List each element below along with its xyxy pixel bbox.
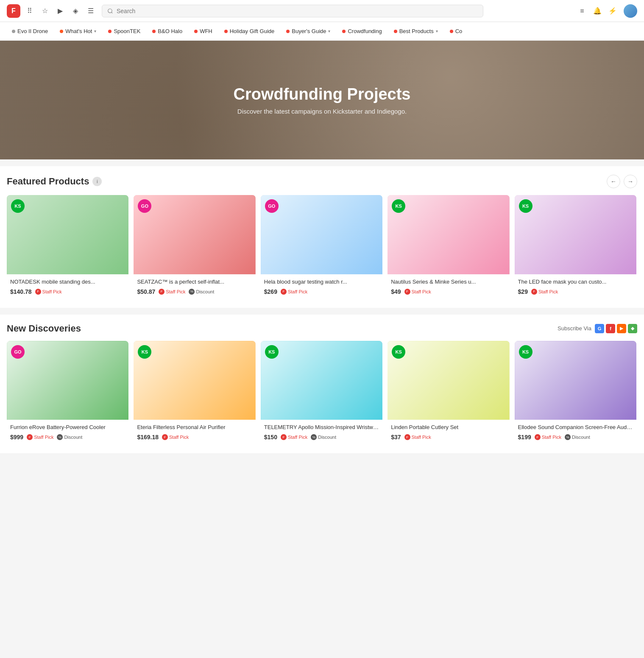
product-image: KS: [388, 195, 509, 274]
discount-icon: %: [189, 289, 195, 295]
flipboard-icon[interactable]: f: [606, 324, 615, 333]
product-info: Linden Portable Cutlery Set $37 F Staff …: [388, 420, 509, 445]
product-card[interactable]: KS Linden Portable Cutlery Set $37 F Sta…: [388, 341, 509, 445]
nav-tab-wfh[interactable]: WFH: [189, 25, 217, 37]
info-icon[interactable]: i: [92, 177, 102, 186]
staff-pick-badge: F Staff Pick: [404, 289, 431, 295]
chevron-down-icon: ▾: [436, 29, 438, 33]
product-name: Nautilus Series & Minke Series u...: [391, 279, 506, 286]
staff-pick-icon: F: [35, 289, 41, 295]
product-price: $49: [391, 288, 401, 295]
nav-tabs: Evo II Drone What's Hot ▾ SpoonTEK B&O H…: [0, 22, 644, 41]
staff-pick-badge: F Staff Pick: [281, 434, 307, 440]
avatar[interactable]: [624, 4, 637, 18]
google-icon[interactable]: G: [595, 324, 604, 333]
staff-pick-badge: F Staff Pick: [281, 289, 307, 295]
nav-tab-label: Buyer's Guide: [292, 28, 326, 34]
product-name: Ellodee Sound Companion Screen-Free Audi…: [518, 424, 633, 431]
featured-grid: KS NOTADESK mobile standing des... $140.…: [7, 195, 637, 299]
product-image: KS: [261, 341, 382, 420]
product-card[interactable]: KS Eteria Filterless Personal Air Purifi…: [134, 341, 255, 445]
nav-tab-label: Evo II Drone: [17, 28, 48, 34]
product-price-row: $29 F Staff Pick: [518, 288, 633, 295]
grid-icon[interactable]: ⠿: [25, 7, 34, 15]
graph-icon[interactable]: ◈: [71, 7, 80, 15]
nav-tab-b&o-halo[interactable]: B&O Halo: [147, 25, 187, 37]
discount-badge: % Discount: [311, 434, 336, 440]
nav-dot: [224, 30, 228, 33]
product-info: Nautilus Series & Minke Series u... $49 …: [388, 274, 509, 299]
other-icon[interactable]: ◆: [628, 324, 637, 333]
prev-arrow[interactable]: ←: [607, 175, 620, 188]
nav-tab-crowdfunding[interactable]: Crowdfunding: [337, 25, 387, 37]
nav-dot: [394, 30, 397, 33]
staff-pick-icon: F: [159, 289, 164, 295]
product-name: The LED face mask you can custo...: [518, 279, 633, 286]
product-price: $269: [264, 288, 277, 295]
discount-icon: %: [565, 434, 571, 440]
product-img-placeholder: [7, 341, 128, 420]
product-card[interactable]: GO SEATZAC™ is a perfect self-inflat... …: [134, 195, 255, 299]
product-card[interactable]: GO Furrion eRove Battery-Powered Cooler …: [7, 341, 128, 445]
staff-pick-badge: F Staff Pick: [159, 289, 185, 295]
discoveries-grid: GO Furrion eRove Battery-Powered Cooler …: [7, 341, 637, 445]
staff-pick-badge: F Staff Pick: [27, 434, 53, 440]
nav-tab-spoontek[interactable]: SpoonTEK: [103, 25, 145, 37]
product-card[interactable]: GO Hela blood sugar testing watch r... $…: [261, 195, 382, 299]
nav-tab-label: Best Products: [399, 28, 434, 34]
staff-pick-icon: F: [531, 289, 537, 295]
nav-tab-label: B&O Halo: [158, 28, 182, 34]
product-img-placeholder: [261, 195, 382, 274]
product-price-row: $999 F Staff Pick % Discount: [10, 434, 125, 441]
header-icons: ⠿ ☆ ▶ ◈ ☰: [25, 7, 95, 15]
nav-tab-evo-ii-drone[interactable]: Evo II Drone: [7, 25, 53, 37]
filter-icon[interactable]: ⚡: [608, 7, 617, 15]
campaign-badge: KS: [519, 345, 532, 359]
product-image: KS: [515, 195, 636, 274]
product-price: $140.78: [10, 288, 32, 295]
next-arrow[interactable]: →: [624, 175, 637, 188]
nav-tab-buyer's-guide[interactable]: Buyer's Guide ▾: [281, 25, 335, 37]
bell-icon[interactable]: 🔔: [593, 7, 602, 15]
product-price: $169.18: [137, 434, 159, 441]
hero-subtitle: Discover the latest campaigns on Kicksta…: [234, 108, 411, 115]
product-img-placeholder: [134, 341, 255, 420]
logo[interactable]: F: [7, 4, 20, 18]
product-card[interactable]: KS NOTADESK mobile standing des... $140.…: [7, 195, 128, 299]
campaign-badge: GO: [11, 345, 25, 359]
play-icon[interactable]: ▶: [56, 7, 64, 15]
product-img-placeholder: [261, 341, 382, 420]
product-image: GO: [134, 195, 255, 274]
product-image: KS: [7, 195, 128, 274]
search-input[interactable]: [117, 8, 478, 14]
campaign-badge: KS: [11, 199, 25, 213]
rss-icon[interactable]: ▶: [617, 324, 626, 333]
product-price-row: $140.78 F Staff Pick: [10, 288, 125, 295]
nav-tab-co[interactable]: Co: [445, 25, 468, 37]
note-icon[interactable]: ☰: [86, 7, 95, 15]
product-name: Eteria Filterless Personal Air Purifier: [137, 424, 252, 431]
product-name: SEATZAC™ is a perfect self-inflat...: [137, 279, 252, 286]
product-card[interactable]: KS TELEMETRY Apollo Mission-Inspired Wri…: [261, 341, 382, 445]
product-img-placeholder: [515, 341, 636, 420]
product-price-row: $169.18 F Staff Pick: [137, 434, 252, 441]
product-card[interactable]: KS Ellodee Sound Companion Screen-Free A…: [515, 341, 636, 445]
product-card[interactable]: KS Nautilus Series & Minke Series u... $…: [388, 195, 509, 299]
nav-tab-best-products[interactable]: Best Products ▾: [389, 25, 443, 37]
product-price: $50.87: [137, 288, 155, 295]
nav-tab-holiday-gift-guide[interactable]: Holiday Gift Guide: [219, 25, 280, 37]
product-image: KS: [515, 341, 636, 420]
product-name: Hela blood sugar testing watch r...: [264, 279, 379, 286]
search-bar[interactable]: [102, 5, 483, 17]
product-card[interactable]: KS The LED face mask you can custo... $2…: [515, 195, 636, 299]
product-image: KS: [388, 341, 509, 420]
nav-dot: [342, 30, 346, 33]
product-price: $150: [264, 434, 277, 441]
star-icon[interactable]: ☆: [41, 7, 49, 15]
menu-icon[interactable]: ≡: [578, 7, 586, 15]
nav-tab-what's-hot[interactable]: What's Hot ▾: [55, 25, 101, 37]
product-image: GO: [7, 341, 128, 420]
product-price-row: $269 F Staff Pick: [264, 288, 379, 295]
product-info: Hela blood sugar testing watch r... $269…: [261, 274, 382, 299]
product-image: KS: [134, 341, 255, 420]
